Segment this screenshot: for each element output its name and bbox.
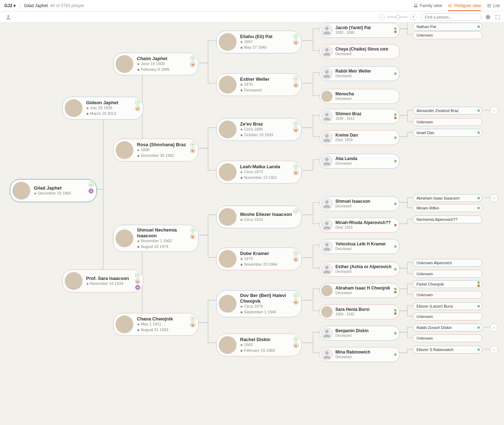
avatar <box>321 132 333 143</box>
fullscreen-button[interactable] <box>494 14 501 21</box>
person-card-rabbi-weller[interactable]: Rabbi Meir WellerDeceased <box>319 66 400 81</box>
person-card-leah-landa[interactable]: Leah-Malka Landa Circa 1873 November 13 … <box>216 161 302 184</box>
person-card-esther-alperovich[interactable]: Esther (Ashia or AlperovichDeceased <box>319 262 400 277</box>
record-badge[interactable]: ▤ <box>135 279 140 284</box>
person-card-shmuel-isaacson-sr[interactable]: Shmuel IsaacsonDeceased <box>319 196 400 211</box>
list-icon <box>487 3 492 8</box>
avatar <box>321 219 333 231</box>
family-view-button[interactable]: Family view <box>413 3 442 8</box>
person-card-chana-chwojnik[interactable]: Chana Chwojnik May 1 1911 August 31 1993… <box>113 313 198 336</box>
person-card-kreine-dan[interactable]: Kreine DanDied: 1924 <box>319 130 400 145</box>
svg-point-3 <box>448 5 450 6</box>
person-card-unknown[interactable]: Unknown <box>413 270 482 278</box>
settings-button[interactable] <box>484 14 491 21</box>
expand-button[interactable]: › <box>490 194 498 202</box>
svg-point-26 <box>325 134 329 138</box>
zoom-slider[interactable] <box>387 16 408 18</box>
search-input[interactable] <box>421 13 481 21</box>
person-card-eliezer-bursi[interactable]: Eliezer (Leizer) Bursi <box>413 302 482 310</box>
pedigree-view-button[interactable]: Pedigree view <box>448 3 481 11</box>
person-card-chaim-japhet[interactable]: Chaim Japhet June 19 1900 February 8 198… <box>113 53 198 75</box>
grave-icon <box>240 349 243 352</box>
svg-rect-8 <box>487 6 491 7</box>
avatar <box>321 328 333 339</box>
star-icon <box>86 107 89 110</box>
person-card-unknown[interactable]: Unknown <box>413 334 482 342</box>
svg-point-33 <box>325 351 329 355</box>
person-card-unknown[interactable]: Unknown <box>413 313 482 320</box>
person-card-unknown[interactable]: Unknown <box>413 118 482 126</box>
person-card-dov-chwojnik[interactable]: Dov Ber (Berl) Halevi Chwojnik Circa 187… <box>216 290 302 317</box>
person-card-alexander-braz[interactable]: Alexander Zisskind Braz <box>413 107 482 115</box>
person-card-nechemia-alperovich[interactable]: Nechemia Alperovich?? <box>413 216 482 223</box>
person-card-israel-dan[interactable]: Israel Dan <box>413 129 482 137</box>
person-card-rosa-braz[interactable]: Rosa (Shoshana) Braz 1898 December 30 19… <box>113 139 198 161</box>
person-card-shmuel-isaacson[interactable]: Shmuel Nechemia Isaacson November 1 1902… <box>113 225 198 252</box>
person-card-sara-bursi[interactable]: Sara Henia Bursi1856 - 1932 <box>319 304 400 319</box>
person-card-rachel-diskin[interactable]: Rachel Diskin 1883 February 19 1960 ⟳▤ <box>216 334 302 356</box>
avatar <box>219 250 237 268</box>
person-card-rabbi-diskin[interactable]: Rabbi Zorach Diskin <box>413 324 482 331</box>
svg-rect-19 <box>241 264 243 266</box>
person-card-gideon-japhet[interactable]: Gideon Japhet July 28 1928 March 19 2013… <box>62 97 143 119</box>
person-card-moshe-isaacson[interactable]: Moshe Eliezer Isaacson Circa 1910 ⟳ <box>216 206 302 228</box>
person-card-eliahu-pat[interactable]: Eliahu (Eli) Pat 1857 May 27 1940 ⟳▤ <box>216 31 302 53</box>
avatar <box>321 264 333 275</box>
zoom-in-button[interactable]: + <box>410 14 417 20</box>
person-card-miriam-rifkin[interactable]: Miriam Rifkin <box>413 204 482 212</box>
expand-button[interactable]: › <box>490 107 498 115</box>
expand-button[interactable]: › <box>490 324 498 331</box>
dna-badge[interactable]: ✦ <box>135 285 140 290</box>
person-card-aba-landa[interactable]: Aba LandaDeceased <box>319 154 400 169</box>
person-card-benjamin-diskin[interactable]: Benjamin DiskinDeceased <box>319 326 400 341</box>
person-card-abraham-isaacson[interactable]: Abraham Isaac Isaacson <box>413 194 482 202</box>
person-card-menucha[interactable]: MenuchaDeceased <box>319 89 400 104</box>
person-card-eliezer-rabinowich[interactable]: Eliezer S Rabinowich <box>413 346 482 354</box>
person-card-minah-alperovich[interactable]: Minah-Rhoda Alperovich??Died: 1916 <box>319 218 400 233</box>
svg-rect-13 <box>138 246 139 248</box>
person-card-esther-weller[interactable]: Esther Weller 1870 Deceased ⟳▤ <box>216 73 302 96</box>
expand-button[interactable]: › <box>490 346 498 354</box>
person-card-nathan-pat[interactable]: Nathan Pat <box>413 23 482 31</box>
match-badge[interactable]: ⟳ <box>89 182 94 187</box>
person-card-mina-rabinowich[interactable]: Mina RabinowichDeceased <box>319 347 400 362</box>
person-card-shimon-braz[interactable]: Shimon Braz1838 - 1913 <box>319 109 400 124</box>
person-card-gilad-japhet[interactable]: Gilad Japhet December 19 1969 ⟳✦ <box>10 179 97 202</box>
grave-icon <box>137 328 140 331</box>
person-card-sara-isaacson[interactable]: Prof. Sara Isaacson November 18 1934 ⟳▤✦ <box>62 270 143 292</box>
fullscreen-icon <box>495 15 500 20</box>
person-card-chaya-slova[interactable]: Chaya (Chaike) Slova פאטDeceased <box>319 44 400 59</box>
svg-point-1 <box>416 4 418 5</box>
avatar <box>219 121 237 138</box>
person-menu-button[interactable]: › <box>6 14 13 21</box>
avatar <box>65 272 83 290</box>
svg-rect-16 <box>241 90 243 92</box>
svg-rect-15 <box>241 47 243 49</box>
svg-rect-18 <box>241 177 243 179</box>
list-view-button[interactable]: List <box>487 3 500 8</box>
record-badge[interactable]: ▤ <box>135 106 140 111</box>
person-card-abraham-chwojnik[interactable]: Abraham Isaac H ChwojnikDeceased <box>319 283 400 298</box>
match-badge[interactable]: ⟳ <box>135 100 140 105</box>
person-card-zeev-braz[interactable]: Ze'ev Braz Circa 1868 October 29 1933 ⟳▤ <box>216 118 302 141</box>
match-badge[interactable]: ⟳ <box>135 273 140 278</box>
tree-selector[interactable]: GJ2 ▾ <box>4 3 16 8</box>
grave-icon <box>240 133 243 136</box>
person-card-dobe-kramer[interactable]: Dobe Kramer 1879 November 20 1964 ⟳▤ <box>216 248 302 270</box>
family-view-icon <box>413 3 418 8</box>
person-card-fishel-chwojnik[interactable]: Fishel Chwojnik <box>413 280 482 288</box>
star-icon <box>137 323 140 326</box>
pedigree-canvas[interactable]: Gilad Japhet December 19 1969 ⟳✦ Gideon … <box>0 23 504 425</box>
person-card-unknown[interactable]: Unknown <box>413 31 482 39</box>
person-name: Gilad Japhet <box>34 185 76 191</box>
avatar <box>321 111 333 122</box>
focus-person-name: Gilad Japhet <box>24 3 48 8</box>
person-card-jacob-pat[interactable]: Jacob (Yankl) Pat1830 - 1890 <box>319 23 400 38</box>
dna-badge[interactable]: ✦ <box>89 188 94 193</box>
people-count: 48 of 3783 people <box>50 3 84 8</box>
grave-icon <box>137 245 140 248</box>
person-card-unknown[interactable]: Unknown <box>413 291 482 299</box>
zoom-out-button[interactable]: − <box>378 14 384 20</box>
person-card-unknown-alperovich[interactable]: Unknown Alperovich <box>413 259 482 267</box>
person-card-yehoshua-kramer[interactable]: Yehoshua Leib H KramerDeceased <box>319 239 400 254</box>
